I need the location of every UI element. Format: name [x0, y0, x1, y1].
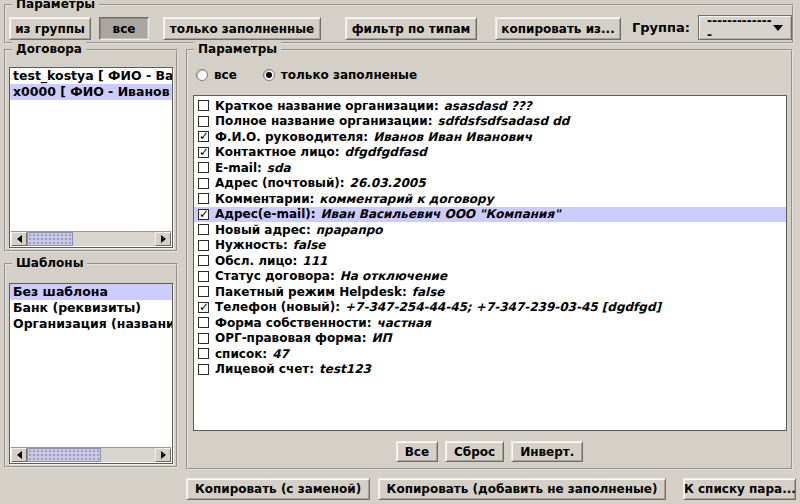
selection-button[interactable]: Инверт. [511, 441, 583, 462]
checkbox[interactable] [198, 224, 209, 235]
checkbox[interactable] [198, 240, 209, 251]
toolbar-button[interactable]: из группы [9, 17, 91, 40]
parameter-row[interactable]: список: 47 [194, 346, 786, 362]
scroll-left-button[interactable] [11, 232, 27, 246]
checkbox[interactable] [198, 131, 209, 142]
selection-button[interactable]: Все [396, 441, 438, 462]
scrollbar-track[interactable] [27, 448, 155, 462]
parameter-row[interactable]: Статус договора: На отключение [194, 269, 786, 285]
templates-list[interactable]: Без шаблонаБанк (реквизиты)Организация (… [9, 283, 173, 464]
checkbox[interactable] [198, 193, 209, 204]
toolbar-button[interactable]: все [99, 17, 149, 40]
selection-button[interactable]: Сброс [445, 441, 504, 462]
arrow-right-icon [161, 451, 166, 459]
parameter-row[interactable]: Адрес (почтовый): 26.03.2005 [194, 176, 786, 192]
checkbox[interactable] [198, 178, 209, 189]
parameter-value: Иван Васильевич ООО "Компания" [321, 207, 561, 221]
checkbox[interactable] [198, 317, 209, 328]
checkbox[interactable] [198, 162, 209, 173]
contracts-horizontal-scrollbar[interactable] [11, 231, 171, 246]
checkbox[interactable] [198, 255, 209, 266]
parameters-checkbox-panel[interactable]: Краткое название организации: asasdasd ?… [193, 95, 787, 431]
scroll-left-button[interactable] [11, 448, 27, 462]
parameter-value: dfgdfgdfasd [344, 145, 426, 159]
parameter-label: Пакетный режим Helpdesk: [215, 285, 407, 299]
parameter-label: Ф.И.О. руководителя: [215, 130, 368, 144]
toolbar-button[interactable]: фильтр по типам [345, 17, 477, 40]
bottom-action-button[interactable]: Копировать (с заменой) [186, 478, 370, 500]
scrollbar-track[interactable] [27, 232, 155, 246]
checkbox[interactable] [198, 271, 209, 282]
group-dropdown[interactable]: -------------- [698, 15, 792, 40]
parameter-row[interactable]: Лицевой счет: test123 [194, 362, 786, 378]
parameter-value: asasdasd ??? [444, 99, 532, 113]
parameter-value: частная [376, 316, 431, 330]
toolbar-groupbox: Параметры из группывсетолько заполненные… [4, 4, 794, 44]
parameter-row[interactable]: Комментарии: комментарий к договору [194, 191, 786, 207]
parameter-row[interactable]: Нужность: false [194, 238, 786, 254]
parameter-row[interactable]: Пакетный режим Helpdesk: false [194, 284, 786, 300]
filter-radio-group: все только заполненые [196, 68, 417, 82]
toolbar-button[interactable]: только заполненные [163, 17, 321, 40]
radio-label: только заполненые [281, 68, 417, 82]
parameter-value: На отключение [340, 269, 447, 283]
parameter-label: Статус договора: [215, 269, 335, 283]
parameter-label: Телефон (новый): [215, 300, 340, 314]
checkbox[interactable] [198, 364, 209, 375]
templates-horizontal-scrollbar[interactable] [11, 447, 171, 462]
parameter-row[interactable]: Полное название организации: sdfdsfsdfsa… [194, 114, 786, 130]
radio-icon [196, 69, 208, 81]
parameter-row[interactable]: Телефон (новый): +7-347-254-44-45; +7-34… [194, 300, 786, 316]
contract-list-item[interactable]: test_kostya [ ФИО - Васи [10, 68, 172, 84]
parameter-value: false [293, 238, 326, 252]
parameter-value: test123 [319, 362, 371, 376]
parameter-label: E-mail: [215, 161, 262, 175]
checkbox[interactable] [198, 348, 209, 359]
parameter-row[interactable]: ОРГ-правовая форма: ИП [194, 331, 786, 347]
checkbox[interactable] [198, 100, 209, 111]
radio-option[interactable]: только заполненые [263, 68, 417, 82]
contract-list-item[interactable]: x0000 [ ФИО - Иванов Ив [10, 84, 172, 100]
scroll-right-button[interactable] [155, 448, 171, 462]
parameter-label: Адрес(e-mail): [215, 207, 316, 221]
toolbar-buttons: из группывсетолько заполненныефильтр по … [9, 17, 621, 40]
contracts-groupbox: Договора test_kostya [ ФИО - Васиx0000 [… [4, 49, 178, 252]
parameter-row[interactable]: Форма собственности: частная [194, 315, 786, 331]
toolbar-group-title: Параметры [12, 0, 99, 11]
parameter-row[interactable]: Новый адрес: прарапро [194, 222, 786, 238]
parameter-label: список: [215, 347, 267, 361]
parameter-value: 111 [302, 254, 327, 268]
contracts-list[interactable]: test_kostya [ ФИО - Васиx0000 [ ФИО - Ив… [9, 67, 173, 248]
checkbox[interactable] [198, 147, 209, 158]
checkbox[interactable] [198, 333, 209, 344]
scrollbar-thumb[interactable] [27, 448, 101, 462]
scroll-right-button[interactable] [155, 232, 171, 246]
template-list-item[interactable]: Без шаблона [10, 284, 172, 300]
parameter-row[interactable]: Ф.И.О. руководителя: Иванов Иван Иванови… [194, 129, 786, 145]
checkbox[interactable] [198, 286, 209, 297]
bottom-action-button[interactable]: Копировать (добавить не заполненые) [378, 478, 666, 500]
parameter-label: Адрес (почтовый): [215, 176, 345, 190]
template-list-item[interactable]: Организация (название, [10, 316, 172, 332]
template-list-item[interactable]: Банк (реквизиты) [10, 300, 172, 316]
parameter-label: Новый адрес: [215, 223, 311, 237]
parameter-value: 26.03.2005 [350, 176, 426, 190]
parameter-row[interactable]: E-mail: sda [194, 160, 786, 176]
parameter-row[interactable]: Контактное лицо: dfgdfgdfasd [194, 145, 786, 161]
parameter-label: Краткое название организации: [215, 99, 439, 113]
radio-icon [263, 69, 275, 81]
parameter-value: false [412, 285, 445, 299]
toolbar-button[interactable]: копировать из... [495, 17, 621, 40]
chevron-down-icon [773, 25, 783, 31]
bottom-action-button[interactable]: К списку пара... [683, 478, 796, 500]
parameter-row[interactable]: Адрес(e-mail): Иван Васильевич ООО "Комп… [194, 207, 786, 223]
radio-option[interactable]: все [196, 68, 237, 82]
checkbox[interactable] [198, 116, 209, 127]
scrollbar-thumb[interactable] [27, 232, 73, 246]
parameter-value: комментарий к договору [319, 192, 493, 206]
checkbox[interactable] [198, 209, 209, 220]
checkbox[interactable] [198, 302, 209, 313]
parameter-row[interactable]: Обсл. лицо: 111 [194, 253, 786, 269]
parameter-row[interactable]: Краткое название организации: asasdasd ?… [194, 98, 786, 114]
parameter-value: ИП [371, 331, 391, 345]
